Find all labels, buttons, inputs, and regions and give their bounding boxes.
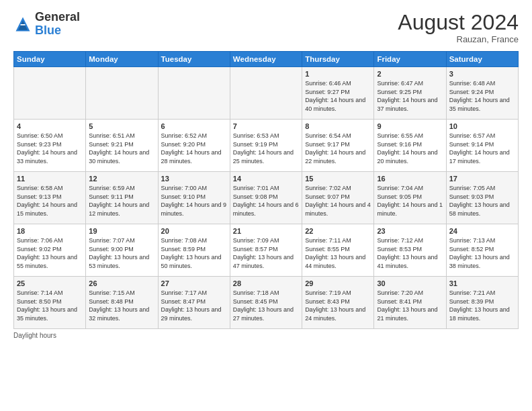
day-number: 1 (305, 70, 371, 78)
day-info: Sunrise: 6:55 AMSunset: 9:16 PMDaylight:… (377, 132, 443, 165)
day-info: Sunrise: 7:18 AMSunset: 8:45 PMDaylight:… (233, 289, 299, 322)
logo-icon (13, 15, 32, 34)
day-info: Sunrise: 6:57 AMSunset: 9:14 PMDaylight:… (449, 132, 515, 165)
week-row-3: 18Sunrise: 7:06 AMSunset: 9:02 PMDayligh… (14, 224, 519, 277)
day-cell (86, 67, 158, 120)
day-info: Sunrise: 6:48 AMSunset: 9:24 PMDaylight:… (449, 79, 515, 113)
col-thursday: Thursday (302, 52, 374, 67)
week-row-1: 4Sunrise: 6:50 AMSunset: 9:23 PMDaylight… (14, 120, 519, 172)
day-cell: 30Sunrise: 7:20 AMSunset: 8:41 PMDayligh… (374, 277, 446, 329)
day-info: Sunrise: 6:52 AMSunset: 9:20 PMDaylight:… (161, 132, 227, 165)
day-info: Sunrise: 7:12 AMSunset: 8:53 PMDaylight:… (377, 236, 443, 270)
day-cell: 26Sunrise: 7:15 AMSunset: 8:48 PMDayligh… (86, 277, 158, 329)
day-info: Sunrise: 7:14 AMSunset: 8:50 PMDaylight:… (17, 289, 83, 322)
day-number: 2 (377, 70, 443, 78)
day-number: 12 (89, 175, 154, 183)
col-saturday: Saturday (446, 52, 518, 67)
day-cell: 1Sunrise: 6:46 AMSunset: 9:27 PMDaylight… (302, 67, 374, 120)
day-cell (230, 67, 302, 120)
day-number: 15 (305, 175, 371, 183)
day-info: Sunrise: 7:11 AMSunset: 8:55 PMDaylight:… (305, 236, 371, 270)
day-cell (14, 67, 86, 120)
day-number: 26 (89, 279, 154, 287)
day-info: Sunrise: 7:02 AMSunset: 9:07 PMDaylight:… (305, 184, 371, 218)
day-number: 28 (233, 279, 299, 287)
day-info: Sunrise: 6:58 AMSunset: 9:13 PMDaylight:… (17, 184, 83, 218)
day-number: 9 (377, 122, 443, 130)
week-row-4: 25Sunrise: 7:14 AMSunset: 8:50 PMDayligh… (14, 277, 519, 329)
day-number: 19 (89, 227, 154, 235)
day-info: Sunrise: 7:20 AMSunset: 8:41 PMDaylight:… (377, 289, 443, 322)
day-info: Sunrise: 7:00 AMSunset: 9:10 PMDaylight:… (161, 184, 227, 218)
day-cell: 18Sunrise: 7:06 AMSunset: 9:02 PMDayligh… (14, 224, 86, 277)
logo-general-text: General (35, 10, 80, 24)
day-info: Sunrise: 7:01 AMSunset: 9:08 PMDaylight:… (233, 184, 299, 218)
day-cell: 13Sunrise: 7:00 AMSunset: 9:10 PMDayligh… (158, 172, 230, 224)
day-info: Sunrise: 7:13 AMSunset: 8:52 PMDaylight:… (449, 236, 515, 270)
col-monday: Monday (86, 52, 158, 67)
day-cell: 29Sunrise: 7:19 AMSunset: 8:43 PMDayligh… (302, 277, 374, 329)
day-number: 7 (233, 122, 299, 130)
day-info: Sunrise: 6:46 AMSunset: 9:27 PMDaylight:… (305, 79, 371, 113)
day-number: 13 (161, 175, 227, 183)
day-info: Sunrise: 7:17 AMSunset: 8:47 PMDaylight:… (161, 289, 227, 322)
day-cell: 6Sunrise: 6:52 AMSunset: 9:20 PMDaylight… (158, 120, 230, 172)
month-title: August 2024 (398, 11, 519, 34)
day-cell: 2Sunrise: 6:47 AMSunset: 9:25 PMDaylight… (374, 67, 446, 120)
day-info: Sunrise: 7:04 AMSunset: 9:05 PMDaylight:… (377, 184, 443, 218)
day-cell: 15Sunrise: 7:02 AMSunset: 9:07 PMDayligh… (302, 172, 374, 224)
day-info: Sunrise: 7:09 AMSunset: 8:57 PMDaylight:… (233, 236, 299, 270)
day-cell: 14Sunrise: 7:01 AMSunset: 9:08 PMDayligh… (230, 172, 302, 224)
header-row: Sunday Monday Tuesday Wednesday Thursday… (14, 52, 519, 67)
week-row-2: 11Sunrise: 6:58 AMSunset: 9:13 PMDayligh… (14, 172, 519, 224)
day-cell: 5Sunrise: 6:51 AMSunset: 9:21 PMDaylight… (86, 120, 158, 172)
day-info: Sunrise: 6:59 AMSunset: 9:11 PMDaylight:… (89, 184, 154, 218)
day-info: Sunrise: 6:54 AMSunset: 9:17 PMDaylight:… (305, 132, 371, 165)
day-number: 11 (17, 175, 83, 183)
day-cell: 22Sunrise: 7:11 AMSunset: 8:55 PMDayligh… (302, 224, 374, 277)
footer-text: Daylight hours (13, 332, 56, 339)
page: General Blue August 2024 Rauzan, France … (0, 0, 532, 411)
day-number: 25 (17, 279, 83, 287)
calendar-table: Sunday Monday Tuesday Wednesday Thursday… (13, 51, 519, 329)
day-cell: 10Sunrise: 6:57 AMSunset: 9:14 PMDayligh… (446, 120, 518, 172)
day-number: 4 (17, 122, 83, 130)
day-cell: 28Sunrise: 7:18 AMSunset: 8:45 PMDayligh… (230, 277, 302, 329)
day-info: Sunrise: 7:07 AMSunset: 9:00 PMDaylight:… (89, 236, 154, 270)
col-wednesday: Wednesday (230, 52, 302, 67)
day-info: Sunrise: 6:53 AMSunset: 9:19 PMDaylight:… (233, 132, 299, 165)
col-sunday: Sunday (14, 52, 86, 67)
day-cell: 19Sunrise: 7:07 AMSunset: 9:00 PMDayligh… (86, 224, 158, 277)
day-number: 14 (233, 175, 299, 183)
day-cell: 7Sunrise: 6:53 AMSunset: 9:19 PMDaylight… (230, 120, 302, 172)
day-number: 18 (17, 227, 83, 235)
day-number: 27 (161, 279, 227, 287)
day-cell: 20Sunrise: 7:08 AMSunset: 8:59 PMDayligh… (158, 224, 230, 277)
day-info: Sunrise: 7:15 AMSunset: 8:48 PMDaylight:… (89, 289, 154, 322)
logo: General Blue (13, 11, 80, 38)
day-info: Sunrise: 7:19 AMSunset: 8:43 PMDaylight:… (305, 289, 371, 322)
day-info: Sunrise: 7:21 AMSunset: 8:39 PMDaylight:… (449, 289, 515, 322)
day-number: 16 (377, 175, 443, 183)
day-cell: 9Sunrise: 6:55 AMSunset: 9:16 PMDaylight… (374, 120, 446, 172)
day-cell: 16Sunrise: 7:04 AMSunset: 9:05 PMDayligh… (374, 172, 446, 224)
location: Rauzan, France (398, 34, 519, 44)
day-info: Sunrise: 6:51 AMSunset: 9:21 PMDaylight:… (89, 132, 154, 165)
day-cell: 23Sunrise: 7:12 AMSunset: 8:53 PMDayligh… (374, 224, 446, 277)
day-number: 24 (449, 227, 515, 235)
col-friday: Friday (374, 52, 446, 67)
day-number: 10 (449, 122, 515, 130)
day-cell: 4Sunrise: 6:50 AMSunset: 9:23 PMDaylight… (14, 120, 86, 172)
day-number: 17 (449, 175, 515, 183)
title-block: August 2024 Rauzan, France (398, 11, 519, 44)
day-cell (158, 67, 230, 120)
header: General Blue August 2024 Rauzan, France (13, 11, 519, 44)
day-number: 3 (449, 70, 515, 78)
svg-rect-2 (21, 24, 26, 26)
day-number: 8 (305, 122, 371, 130)
day-cell: 17Sunrise: 7:05 AMSunset: 9:03 PMDayligh… (446, 172, 518, 224)
day-cell: 25Sunrise: 7:14 AMSunset: 8:50 PMDayligh… (14, 277, 86, 329)
day-cell: 21Sunrise: 7:09 AMSunset: 8:57 PMDayligh… (230, 224, 302, 277)
day-number: 22 (305, 227, 371, 235)
day-cell: 31Sunrise: 7:21 AMSunset: 8:39 PMDayligh… (446, 277, 518, 329)
